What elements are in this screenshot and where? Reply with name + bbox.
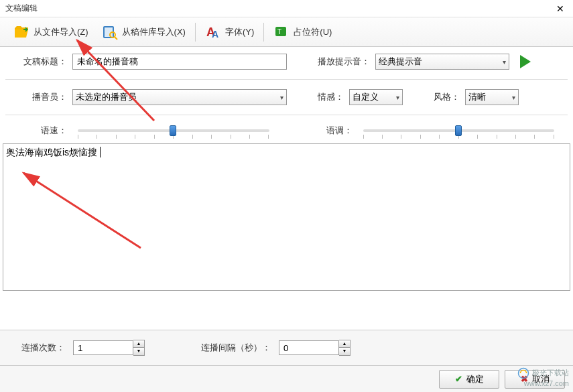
titlebar: 文稿编辑 ✕: [0, 0, 573, 17]
speed-label: 语速：: [13, 125, 67, 137]
font-label: 字体(Y): [225, 26, 254, 38]
emotion-select[interactable]: 自定义 ▾: [349, 89, 403, 105]
toolbar-separator: [195, 23, 196, 42]
import-from-library-button[interactable]: 从稿件库导入(X): [95, 20, 192, 44]
font-button[interactable]: AA 字体(Y): [198, 20, 261, 44]
divider: [5, 115, 568, 115]
placeholder-icon: T: [273, 24, 290, 40]
cancel-button[interactable]: ✖ 取消: [505, 370, 565, 389]
spin-up-icon[interactable]: ▲: [339, 340, 350, 348]
repeat-label: 连播次数：: [21, 342, 65, 354]
chevron-down-icon: ▾: [512, 94, 515, 101]
toolbar-separator: [263, 23, 264, 42]
cancel-label: 取消: [532, 373, 550, 385]
speed-thumb[interactable]: [170, 125, 176, 136]
import-file-label: 从文件导入(Z): [34, 26, 88, 38]
x-icon: ✖: [521, 374, 528, 384]
sound-value: 经典提示音: [379, 56, 422, 68]
title-row: 文稿标题： 播放提示音： 经典提示音 ▾: [0, 47, 573, 76]
emotion-value: 自定义: [353, 91, 379, 103]
close-icon: ✕: [556, 3, 564, 14]
style-select[interactable]: 清晰 ▾: [465, 89, 519, 105]
announcer-label: 播音员：: [13, 91, 67, 103]
import-from-file-button[interactable]: 从文件导入(Z): [7, 20, 95, 44]
text-cursor: [97, 147, 101, 157]
svg-text:T: T: [277, 28, 281, 36]
gap-spinner[interactable]: ▲ ▼: [279, 340, 351, 356]
spin-down-icon[interactable]: ▼: [133, 348, 144, 355]
tone-thumb[interactable]: [455, 125, 462, 136]
check-icon: ✔: [455, 374, 462, 384]
ok-button[interactable]: ✔ 确定: [439, 370, 499, 389]
sound-label: 播放提示音：: [318, 56, 370, 68]
placeholder-label: 占位符(U): [294, 26, 332, 38]
spin-down-icon[interactable]: ▼: [339, 348, 350, 355]
window-title: 文稿编辑: [3, 3, 550, 14]
announcer-select[interactable]: 未选定的播音员 ▾: [72, 89, 287, 105]
repeat-spinner[interactable]: ▲ ▼: [73, 340, 145, 356]
ok-label: 确定: [466, 373, 484, 385]
speed-slider[interactable]: [78, 129, 269, 132]
spin-up-icon[interactable]: ▲: [133, 340, 144, 348]
announcer-value: 未选定的播音员: [76, 91, 137, 103]
style-label: 风格：: [434, 91, 460, 103]
repeat-input[interactable]: [73, 340, 133, 355]
chevron-down-icon: ▾: [280, 94, 283, 101]
divider: [5, 79, 568, 80]
tone-slider[interactable]: [363, 129, 555, 132]
title-label: 文稿标题：: [13, 56, 67, 68]
bottom-panel: 连播次数： ▲ ▼ 连播间隔（秒）： ▲ ▼: [0, 330, 573, 365]
close-button[interactable]: ✕: [550, 2, 570, 15]
slider-row: 语速： 语调：: [0, 118, 573, 143]
gap-input[interactable]: [279, 340, 339, 355]
tone-label: 语调：: [312, 125, 353, 137]
import-lib-label: 从稿件库导入(X): [122, 26, 186, 38]
action-bar: ✔ 确定 ✖ 取消: [0, 365, 573, 392]
svg-line-3: [115, 37, 117, 40]
gap-label: 连播间隔（秒）：: [201, 342, 271, 354]
emotion-label: 情感：: [318, 91, 344, 103]
announcer-row: 播音员： 未选定的播音员 ▾ 情感： 自定义 ▾ 风格： 清晰 ▾: [0, 82, 573, 112]
toolbar: 从文件导入(Z) 从稿件库导入(X) AA 字体(Y) T 占位符(U): [0, 17, 573, 47]
chevron-down-icon: ▾: [396, 94, 399, 101]
placeholder-button[interactable]: T 占位符(U): [267, 20, 338, 44]
content-text: 奥法海南鸡饭is烦恼搜: [6, 147, 97, 157]
library-search-icon: [102, 24, 118, 40]
font-icon: AA: [205, 24, 221, 40]
play-button[interactable]: [520, 55, 531, 68]
sound-select[interactable]: 经典提示音 ▾: [375, 54, 509, 70]
svg-text:A: A: [212, 29, 218, 40]
content-textarea[interactable]: 奥法海南鸡饭is烦恼搜: [3, 143, 570, 291]
chevron-down-icon: ▾: [503, 58, 506, 66]
title-input[interactable]: [72, 54, 287, 70]
folder-icon: [13, 24, 29, 40]
style-value: 清晰: [468, 91, 486, 103]
